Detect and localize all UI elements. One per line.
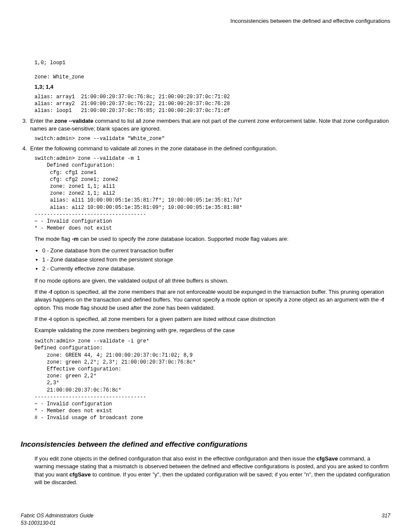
- code-block-intro: 1,0; loop1 zone: White_zone: [34, 59, 390, 81]
- code-block-validate-m1: switch:admin> zone --validate -m 1 Defin…: [34, 155, 390, 232]
- step-body: Enter the zone --validate command to lis…: [30, 117, 390, 133]
- page-footer: Fabric OS Administrators Guide 53-100313…: [21, 512, 390, 527]
- section-body: If you edit zone objects in the defined …: [34, 455, 390, 486]
- emphasis-1314: 1,3; 1,4: [34, 83, 390, 91]
- mode-flag-intro: The mode flag -m can be used to specify …: [34, 235, 390, 243]
- flag-f: -f: [380, 296, 384, 303]
- step-number: 4.: [22, 145, 30, 152]
- code-block-validate-white: switch:admin> zone --validate "White_zon…: [34, 135, 390, 142]
- command-cfgsave: cfgSave: [317, 455, 338, 462]
- text: can be used to specify the zone database…: [79, 236, 289, 242]
- step-number: 3.: [22, 117, 30, 133]
- list-item: 2 - Currently effective zone database.: [42, 265, 390, 273]
- command-name: zone --validate: [54, 118, 93, 124]
- command-cfgsave: cfgSave: [69, 471, 91, 478]
- text: option. This mode flag should be used af…: [34, 305, 215, 311]
- footer-page: 317: [382, 512, 390, 527]
- step-4: 4. Enter the following command to valida…: [22, 145, 390, 152]
- code-block-aliases: alias: array1 21:00:00:20:37:0c:76:8c; 2…: [34, 93, 390, 115]
- text: The mode flag: [34, 236, 72, 242]
- step-body: Enter the following command to validate …: [30, 145, 390, 152]
- step-3: 3. Enter the zone --validate command to …: [22, 117, 390, 133]
- example-intro: Example validating the zone members begi…: [34, 327, 390, 334]
- flag-f: -f: [49, 289, 53, 295]
- f-option-paragraph: If the -f option is specified, all the z…: [34, 288, 390, 312]
- i-option-paragraph: If the -i option is specified, all zone …: [34, 315, 390, 323]
- mode-flag-list: 0 - Zone database from the current trans…: [42, 247, 390, 273]
- text: If the: [34, 289, 49, 295]
- flag-m: -m: [72, 236, 79, 242]
- code-block-validate-i: switch:admin> zone --validate -i gre* De…: [34, 338, 390, 421]
- list-item: 1 - Zone database stored from the persis…: [42, 256, 390, 264]
- footer-title: Fabric OS Administrators Guide: [21, 512, 93, 520]
- list-item: 0 - Zone database from the current trans…: [42, 247, 390, 255]
- text: If the: [34, 316, 49, 322]
- section-heading-inconsistencies: Inconsistencies between the defined and …: [21, 439, 390, 450]
- text: If you edit zone objects in the defined …: [34, 455, 317, 462]
- running-header: Inconsistencies between the defined and …: [21, 17, 390, 25]
- footer-docnum: 53-1003130-01: [21, 520, 93, 527]
- text: Enter the: [30, 118, 54, 124]
- no-mode-paragraph: If no mode options are given, the valida…: [34, 277, 390, 285]
- text: option is specified, all the zone member…: [34, 289, 384, 303]
- text: option is specified, all zone members fo…: [52, 316, 275, 322]
